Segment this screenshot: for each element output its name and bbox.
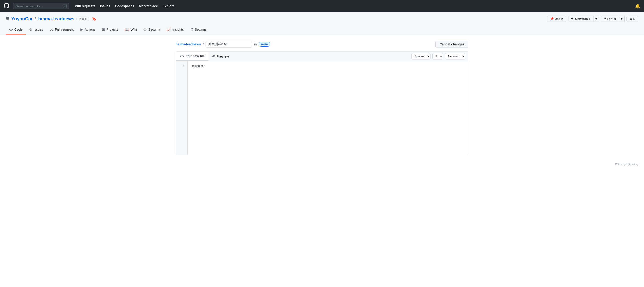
security-icon: 🛡 [143,28,147,32]
repo-name-link[interactable]: heima-leadnews [38,16,74,22]
unpin-button[interactable]: 📌 Unpin [547,16,566,22]
code-icon: <> [9,28,13,32]
search-box[interactable]: Search or jump to... / [13,3,69,9]
settings-icon: ⚙ [190,27,194,32]
tab-settings[interactable]: ⚙ Settings [187,25,210,35]
branch-badge: main [259,42,270,47]
editor-body: 1 冲突测试3 [176,61,468,155]
editor-options: Spaces 2 No wrap [408,52,468,61]
watermark: CSDN @小莫coding [0,161,644,168]
pr-icon: ⎇ [50,27,54,32]
eye-icon: 👁 [571,17,574,21]
edit-tab[interactable]: </> Edit new file [176,52,208,61]
repo-header-actions: 📌 Unpin 👁 Unwatch 1 ▾ ⑂ Fork 0 ▾ [547,16,638,22]
search-text: Search or jump to... [16,5,42,8]
nav-issues[interactable]: Issues [100,4,110,8]
unwatch-dropdown[interactable]: ▾ [594,16,599,22]
tab-pull-requests[interactable]: ⎇ Pull requests [46,25,77,35]
preview-icon: 👁 [212,55,215,58]
tab-security[interactable]: 🛡 Security [140,25,164,35]
editor-container: </> Edit new file 👁 Preview Spaces 2 No … [176,52,468,155]
unwatch-button-group: 👁 Unwatch 1 ▾ [568,16,599,22]
tab-wiki[interactable]: 📖 Wiki [121,25,140,35]
editor-tabs-row: </> Edit new file 👁 Preview Spaces 2 No … [176,52,468,61]
nav-codespaces[interactable]: Codespaces [115,4,134,8]
repo-owner-link[interactable]: YuyanCai [11,16,32,22]
in-text: in [254,42,257,46]
nav-pull-requests[interactable]: Pull requests [75,4,96,8]
repo-header: YuyanCai / heima-leadnews Public 🔖 📌 Unp… [0,12,644,35]
filename-input[interactable] [206,41,252,48]
bookmark-icon[interactable]: 🔖 [92,17,96,21]
fork-icon: ⑂ [604,17,606,21]
cancel-changes-button[interactable]: Cancel changes [436,41,468,48]
breadcrumb-separator: / [203,42,204,46]
pin-icon: 📌 [550,17,554,21]
insights-icon: 📈 [166,27,171,32]
star-icon: ☆ [630,17,632,21]
repo-tabs: <> Code ⊙ Issues ⎇ Pull requests ▶ Actio… [6,25,638,35]
issues-icon: ⊙ [29,27,32,32]
actions-icon: ▶ [80,27,83,32]
repo-separator: / [34,16,36,22]
tab-issues[interactable]: ⊙ Issues [26,25,46,35]
breadcrumb-repo-link[interactable]: heima-leadnews [176,42,201,46]
top-nav-links: Pull requests Issues Codespaces Marketpl… [75,4,174,8]
repo-icon [6,17,9,21]
tab-insights[interactable]: 📈 Insights [163,25,187,35]
unwatch-button[interactable]: 👁 Unwatch 1 [568,16,594,22]
star-button[interactable]: ☆ S [626,16,638,22]
github-logo[interactable] [4,3,9,10]
repo-title-row: YuyanCai / heima-leadnews Public 🔖 📌 Unp… [6,16,638,22]
projects-icon: ⊞ [102,27,105,32]
preview-tab[interactable]: 👁 Preview [208,52,233,61]
nav-explore[interactable]: Explore [162,4,174,8]
wiki-icon: 📖 [125,27,129,32]
edit-icon: </> [180,54,184,58]
breadcrumb-row: heima-leadnews / in main Cancel changes [176,41,468,48]
indent-select[interactable]: 2 [432,53,443,60]
notifications-icon[interactable]: 🔔 [635,4,640,9]
top-navigation: Search or jump to... / Pull requests Iss… [0,0,644,12]
fork-button-group: ⑂ Fork 0 ▾ [601,16,624,22]
nav-marketplace[interactable]: Marketplace [139,4,158,8]
tab-projects[interactable]: ⊞ Projects [99,25,122,35]
visibility-badge: Public [76,17,89,21]
top-nav-right: 🔔 [635,4,640,9]
tab-actions[interactable]: ▶ Actions [77,25,99,35]
tab-code[interactable]: <> Code [6,25,26,35]
line-numbers: 1 [176,61,188,155]
fork-dropdown[interactable]: ▾ [619,16,624,22]
slash-badge: / [63,4,67,8]
spaces-select[interactable]: Spaces [411,53,430,60]
fork-button[interactable]: ⑂ Fork 0 [601,16,619,22]
wrap-select[interactable]: No wrap [445,53,465,60]
editor-textarea[interactable]: 冲突测试3 [188,61,468,155]
main-content: heima-leadnews / in main Cancel changes … [170,35,474,161]
